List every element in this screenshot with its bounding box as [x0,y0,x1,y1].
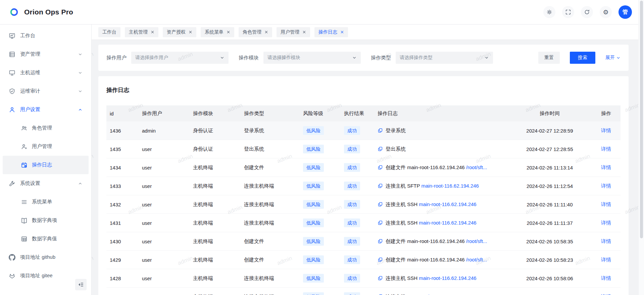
tab-close-icon[interactable] [264,30,268,34]
cell-type: 创建文件 [241,251,300,269]
reset-button[interactable]: 重置 [538,52,560,64]
sidebar-collapse-button[interactable] [75,279,87,290]
sidebar-item-user[interactable]: 用户设置 [3,100,89,119]
sidebar-item-audit[interactable]: 运维审计 [3,82,89,100]
sidebar-item-assets[interactable]: 资产管理 [3,45,89,63]
cell-type: 登出系统 [241,140,300,158]
filter-actions: 重置 搜索 展开 [538,52,621,64]
log-link[interactable]: main-root-116.62.194.246 [421,183,479,189]
log-link[interactable]: main-root-116.62.194.246 [419,275,477,281]
page-scrollbar-thumb[interactable] [640,1,643,238]
cell-time: 2024-02-26 10:58:06 [514,269,585,288]
audit-icon [9,88,15,95]
copy-icon[interactable] [378,202,383,207]
log-link[interactable]: main-root-116.62.194.246 [419,201,477,207]
tab-操作日志[interactable]: 操作日志 [314,27,348,37]
cell-result: 成功 [341,177,374,195]
risk-badge: 低风险 [303,255,324,264]
tab-工作台[interactable]: 工作台 [98,27,120,37]
copy-icon[interactable] [378,220,383,226]
cell-action: 详情 [585,158,621,177]
copy-icon[interactable] [378,239,383,244]
app-logo: Orion Ops Pro [0,6,73,18]
detail-link[interactable]: 详情 [601,128,611,133]
log-link[interactable]: main-root-116.62.194.246 [419,220,477,226]
search-button[interactable]: 搜索 [570,52,595,64]
risk-badge: 低风险 [303,237,324,246]
settings-button[interactable]: ⚙ [600,6,612,18]
risk-badge: 低风险 [303,274,324,283]
theme-toggle-button[interactable] [543,6,555,18]
gitee-icon [9,273,15,279]
tab-资产授权[interactable]: 资产授权 [163,27,196,37]
cell-id: 1430 [106,232,139,251]
copy-icon[interactable] [378,165,383,170]
copy-icon[interactable] [378,183,383,189]
tab-close-icon[interactable] [189,30,192,34]
select-placeholder: 请选择操作模块 [267,55,300,61]
github-icon [9,254,15,261]
app-header: Orion Ops Pro [0,0,644,24]
copy-icon[interactable] [378,146,383,152]
sidebar-item-user-add[interactable]: 用户管理 [3,137,89,156]
sidebar-item-log[interactable]: 操作日志 [3,156,89,174]
log-link[interactable]: /root/sft... [466,164,487,170]
cell-module: 主机终端 [190,177,241,195]
log-link[interactable]: /root/sft... [466,238,487,244]
result-badge: 成功 [344,237,360,246]
gear-icon: ⚙ [603,9,608,15]
risk-badge: 低风险 [303,126,324,135]
tab-系统菜单[interactable]: 系统菜单 [201,27,234,37]
sidebar-item-grid[interactable]: 数据字典值 [3,230,89,248]
result-badge: 成功 [344,145,360,153]
cell-user: user [139,232,190,251]
sidebar-item-dashboard[interactable]: 工作台 [3,27,89,45]
tab-close-icon[interactable] [227,30,230,34]
tab-close-icon[interactable] [340,30,344,34]
tab-主机管理[interactable]: 主机管理 [125,27,158,37]
tab-close-icon[interactable] [151,30,154,34]
filter-select-3[interactable]: 请选择操作类型 [396,52,493,64]
detail-link[interactable]: 详情 [601,275,611,281]
detail-link[interactable]: 详情 [601,183,611,189]
sidebar-item-github[interactable]: 项目地址 github [3,248,89,266]
sidebar-item-roles[interactable]: 角色管理 [3,119,89,137]
detail-link[interactable]: 详情 [601,164,611,170]
filter-group: 操作类型请选择操作类型 [371,52,493,64]
detail-link[interactable]: 详情 [601,201,611,207]
cell-module: 主机终端 [190,251,241,269]
filter-select-1[interactable]: 请选择操作用户 [131,52,229,64]
tab-用户管理[interactable]: 用户管理 [277,27,310,37]
log-link[interactable]: main-root-116.62.194.246 [421,294,479,295]
tab-角色管理[interactable]: 角色管理 [239,27,272,37]
sidebar-item-wrench[interactable]: 系统设置 [3,174,89,193]
detail-link[interactable]: 详情 [601,146,611,152]
detail-link[interactable]: 详情 [601,238,611,244]
detail-link[interactable]: 详情 [601,294,611,295]
copy-icon[interactable] [378,276,383,281]
sidebar-item-book[interactable]: 数据字典项 [3,211,89,230]
expand-label: 展开 [605,55,615,61]
detail-link[interactable]: 详情 [601,220,611,226]
avatar[interactable]: 管 [618,5,632,19]
copy-icon[interactable] [378,128,383,133]
refresh-button[interactable] [581,6,593,18]
cell-action: 详情 [585,140,621,158]
cell-log: 创建文件 main-root-116.62.194.246 /root/sft.… [374,251,514,269]
risk-badge: 低风险 [303,200,324,209]
log-link[interactable]: /root/sft... [466,257,487,262]
column-header: id [106,105,139,121]
sidebar-item-menu[interactable]: 系统菜单 [3,193,89,211]
filter-select-2[interactable]: 请选择操作模块 [263,52,361,64]
copy-icon[interactable] [378,257,383,262]
header-actions: ⚙ 管 [543,5,644,19]
cell-result: 成功 [341,232,374,251]
expand-toggle[interactable]: 展开 [605,55,621,61]
cell-action: 详情 [585,251,621,269]
cell-action: 详情 [585,195,621,214]
menu-icon [21,199,27,205]
tab-close-icon[interactable] [302,30,306,34]
fullscreen-button[interactable] [562,6,574,18]
sidebar-item-host[interactable]: 主机运维 [3,63,89,82]
detail-link[interactable]: 详情 [601,257,611,262]
